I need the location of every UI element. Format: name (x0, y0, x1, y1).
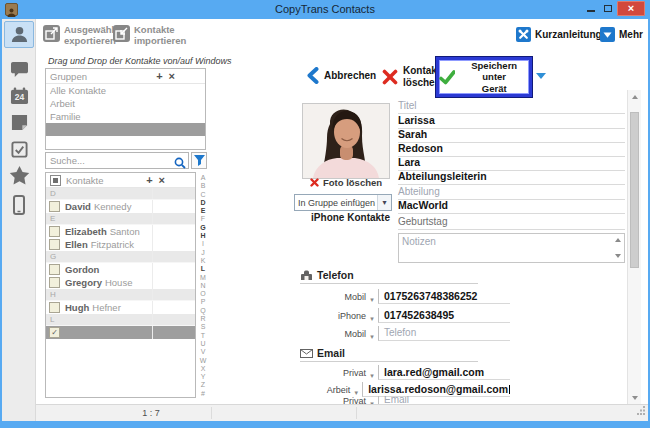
scroll-down-icon[interactable] (615, 254, 621, 258)
department-field[interactable]: Abteilung (398, 185, 625, 200)
contact-row[interactable]: Hugh Hefner (46, 301, 195, 314)
sidebar-item-device[interactable] (8, 194, 30, 216)
alphabet-letter[interactable]: S (198, 323, 208, 331)
chevron-down-icon[interactable] (366, 307, 378, 325)
group-item-selected-empty[interactable] (46, 123, 205, 136)
sidebar-item-notes[interactable] (8, 111, 30, 133)
group-item-family[interactable]: Familie (46, 110, 205, 123)
contact-checkbox-checked[interactable]: ✓ (49, 327, 60, 338)
add-contact-button[interactable]: + (146, 174, 152, 186)
nickname-field[interactable]: Lara (398, 156, 625, 171)
chevron-down-icon[interactable] (377, 195, 391, 210)
alphabet-letter[interactable]: N (198, 282, 208, 290)
alphabet-letter[interactable]: O (198, 290, 208, 298)
birthday-field[interactable]: Geburtstag (398, 215, 625, 230)
remove-group-button[interactable]: × (169, 70, 175, 82)
contact-row-selected[interactable]: ✓ (46, 326, 195, 339)
titlebar[interactable]: CopyTrans Contacts (0, 0, 650, 19)
sidebar-item-messages[interactable] (8, 58, 30, 80)
minimize-button[interactable] (583, 0, 599, 16)
email-type-select[interactable]: Privat (300, 368, 366, 378)
alphabet-letter[interactable]: # (198, 390, 208, 398)
contact-checkbox[interactable] (49, 302, 60, 313)
export-selected-button[interactable]: Ausgewählte exportieren (43, 25, 123, 47)
cancel-button[interactable]: Abbrechen (306, 67, 376, 84)
select-all-checkbox[interactable] (50, 175, 61, 186)
alphabet-letter[interactable]: W (198, 357, 208, 365)
sidebar-item-favorites[interactable] (8, 164, 30, 186)
chevron-down-icon[interactable] (366, 288, 378, 306)
contact-row[interactable]: Elizabeth Santon (46, 225, 195, 238)
alphabet-letter[interactable]: F (198, 215, 208, 223)
phone-type-select[interactable]: iPhone (300, 311, 366, 321)
remove-contact-button[interactable]: × (159, 174, 165, 186)
alphabet-letter[interactable]: Y (198, 373, 208, 381)
phone-type-select[interactable]: Mobil (300, 329, 366, 339)
contact-checkbox[interactable] (49, 226, 60, 237)
title-field[interactable]: Titel (398, 99, 625, 114)
contact-photo[interactable] (302, 103, 390, 179)
add-to-group-select[interactable]: In Gruppe einfügen (294, 194, 392, 211)
resize-grip[interactable] (637, 401, 646, 419)
add-group-button[interactable]: + (156, 70, 162, 82)
middle-name-field[interactable]: Sarah (398, 128, 625, 143)
alphabet-letter[interactable]: V (198, 348, 208, 356)
filter-button[interactable] (191, 152, 207, 169)
contact-checkbox[interactable] (49, 264, 60, 275)
delete-photo-button[interactable]: Foto löschen (306, 177, 386, 188)
maximize-button[interactable] (600, 0, 616, 16)
last-name-field[interactable]: Redoson (398, 142, 625, 157)
contact-row[interactable]: David Kennedy (46, 200, 195, 213)
alphabet-letter[interactable]: A (198, 174, 208, 182)
job-title-field[interactable]: Abteilungsleiterin (398, 170, 625, 185)
delete-contact-button[interactable]: Kontakt löschen (382, 65, 441, 88)
contact-row[interactable]: Gordon (46, 263, 195, 276)
notes-textarea[interactable]: Notizen (398, 233, 625, 263)
email-input[interactable]: lara.red@gmail.com (378, 365, 510, 380)
scroll-up-icon[interactable] (615, 238, 621, 242)
email-type-select[interactable]: Arbeit (300, 385, 350, 395)
alphabet-letter[interactable]: E (198, 207, 208, 215)
alphabet-letter[interactable]: P (198, 298, 208, 306)
chevron-down-icon[interactable] (366, 364, 378, 382)
company-field[interactable]: MacWorld (398, 199, 625, 214)
alphabet-letter[interactable]: Q (198, 307, 208, 315)
alphabet-letter[interactable]: T (198, 332, 208, 340)
group-item-work[interactable]: Arbeit (46, 97, 205, 110)
alphabet-letter[interactable]: H (198, 232, 208, 240)
group-item-all[interactable]: Alle Kontakte (46, 84, 205, 97)
import-contacts-button[interactable]: Kontakte importieren (113, 25, 186, 47)
save-to-device-button[interactable]: Speichern unter Gerät (436, 57, 532, 97)
more-button[interactable]: Mehr (600, 27, 643, 42)
first-name-field[interactable]: Larissa (398, 114, 625, 129)
alphabet-letter[interactable]: D (198, 199, 208, 207)
alphabet-letter[interactable]: M (198, 274, 208, 282)
alphabet-letter[interactable]: I (198, 240, 208, 248)
alphabet-letter[interactable]: J (198, 249, 208, 257)
vertical-scrollbar[interactable] (627, 90, 641, 404)
chevron-down-icon[interactable] (366, 325, 378, 343)
alphabet-letter[interactable]: K (198, 257, 208, 265)
scroll-up-button[interactable] (628, 90, 642, 103)
save-options-dropdown-icon[interactable] (536, 73, 546, 79)
sidebar-item-calendar[interactable]: 24 (8, 85, 30, 107)
alphabet-letter[interactable]: U (198, 340, 208, 348)
search-icon[interactable] (174, 155, 186, 173)
alphabet-letter[interactable]: G (198, 224, 208, 232)
contact-checkbox[interactable] (49, 239, 60, 250)
alphabet-letter[interactable]: X (198, 365, 208, 373)
sidebar-item-tasks[interactable] (8, 138, 30, 160)
phone-number-input[interactable]: 017452638495 (378, 308, 510, 323)
close-button[interactable] (617, 1, 645, 16)
alphabet-letter[interactable]: C (198, 191, 208, 199)
contact-row[interactable]: Gregory House (46, 276, 195, 289)
contact-row[interactable]: Ellen Fitzpatrick (46, 238, 195, 251)
phone-number-input[interactable]: Telefon (378, 326, 510, 341)
contact-checkbox[interactable] (49, 201, 60, 212)
alphabet-letter[interactable]: Z (198, 381, 208, 389)
alphabet-letter[interactable]: B (198, 182, 208, 190)
search-input[interactable] (45, 152, 189, 169)
contact-checkbox[interactable] (49, 277, 60, 288)
alphabet-letter[interactable]: R (198, 315, 208, 323)
phone-number-input[interactable]: 0175263748386252 (378, 289, 510, 304)
